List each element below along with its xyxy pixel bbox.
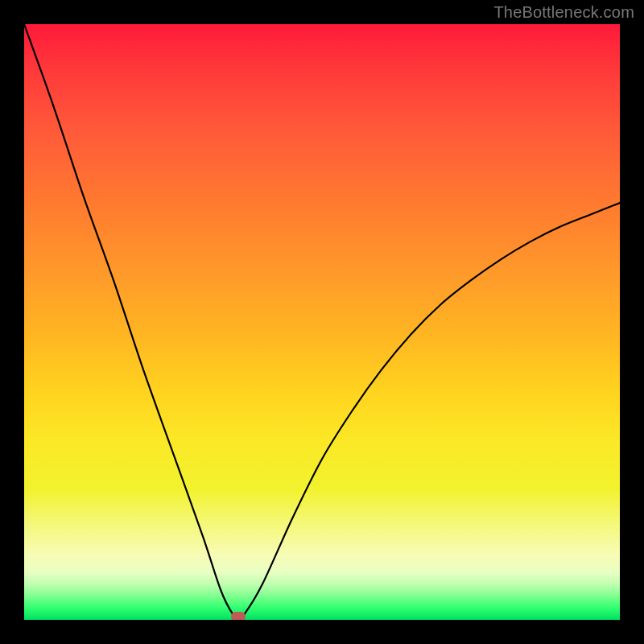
watermark-text: TheBottleneck.com xyxy=(493,3,634,22)
optimal-point-marker xyxy=(231,612,246,620)
chart-frame: TheBottleneck.com xyxy=(0,0,644,644)
bottleneck-curve xyxy=(24,24,620,620)
plot-area xyxy=(24,24,620,620)
